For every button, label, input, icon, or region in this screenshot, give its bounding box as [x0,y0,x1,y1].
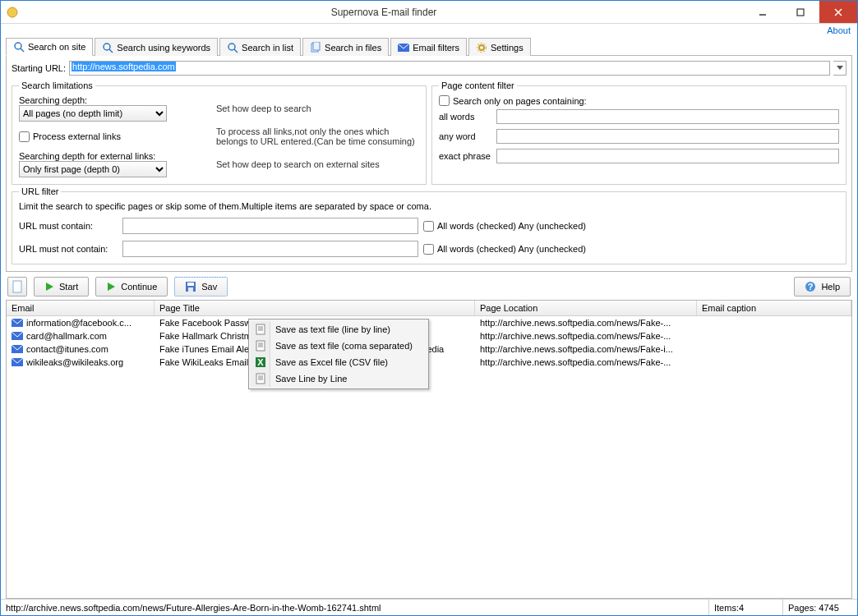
starting-url-dropdown[interactable] [833,61,846,76]
column-page-location[interactable]: Page Location [475,301,697,315]
help-button[interactable]: ? Help [794,277,851,297]
svg-point-14 [479,45,484,50]
svg-point-9 [228,44,235,50]
column-email[interactable]: Email [7,301,155,315]
process-external-checkbox[interactable]: Process external links [19,131,200,142]
svg-marker-19 [108,283,115,291]
close-button[interactable] [819,1,857,23]
mail-icon [12,345,23,353]
table-row[interactable]: information@facebook.c...Fake Facebook P… [7,316,851,329]
search-icon [227,42,238,53]
save-button[interactable]: Sav [174,277,228,297]
tab-label: Search in files [325,43,381,53]
save-menu-item-excel[interactable]: X Save as Excel file (CSV file) [251,354,427,370]
cell-email: contact@itunes.com [26,344,108,354]
tab-search-on-site[interactable]: Search on site [6,38,93,56]
column-email-caption[interactable]: Email caption [697,301,851,315]
svg-rect-2 [797,9,804,16]
save-icon [185,281,196,292]
url-must-not-contain-mode[interactable]: All words (checked) Any (unchecked) [423,244,586,255]
table-row[interactable]: contact@itunes.comFake iTunes Email Aler… [7,342,851,356]
url-must-contain-mode-input[interactable] [423,221,434,232]
play-icon [106,282,116,292]
process-external-input[interactable] [19,131,30,142]
search-only-checkbox[interactable]: Search only on pages containing: [439,95,839,106]
gear-icon [476,42,487,53]
continue-button[interactable]: Continue [95,277,168,297]
all-words-input[interactable] [496,109,839,124]
search-limitations-legend: Search limitations [19,80,95,90]
table-row[interactable]: card@hallmark.comFake Hallmark Christmas… [7,329,851,342]
maximize-button[interactable] [782,1,819,23]
tab-search-in-files[interactable]: Search in files [302,38,389,56]
search-icon [13,41,25,53]
minimize-button[interactable] [744,1,782,23]
tab-settings[interactable]: Settings [468,38,531,56]
any-word-label: any word [439,131,496,141]
cell-email: card@hallmark.com [26,331,107,341]
text-file-icon [254,372,267,385]
svg-rect-22 [188,287,193,292]
mail-icon [398,42,409,53]
url-must-contain-input[interactable] [122,218,418,234]
any-word-input[interactable] [496,129,839,144]
process-external-label: Process external links [33,131,121,141]
svg-point-0 [7,7,17,17]
document-icon [12,280,23,293]
about-link[interactable]: About [827,25,851,35]
url-must-contain-mode[interactable]: All words (checked) Any (unchecked) [423,221,586,232]
cell-location: http://archive.news.softpedia.com/news/F… [475,344,697,354]
starting-url-input[interactable]: http://news.softpedia.com [69,61,830,76]
save-menu-item-text-lines[interactable]: Save as text file (line by line) [251,321,427,338]
status-bar: http://archive.news.softpedia.com/news/F… [1,599,857,615]
mail-icon [12,319,23,327]
external-depth-select[interactable]: Only first page (depth 0) [19,161,167,177]
save-dropdown-menu: Save as text file (line by line) Save as… [248,319,429,389]
exact-phrase-input[interactable] [496,149,839,163]
window-title: Supernova E-mail finder [24,7,744,18]
tab-email-filters[interactable]: Email filters [390,38,467,56]
start-button[interactable]: Start [34,277,89,297]
cell-email: wikileaks@wikileaks.org [26,357,123,367]
url-filter-group: URL filter Limit the search to specific … [12,186,846,264]
status-items: Items:4 [709,600,783,615]
svg-marker-18 [46,283,53,291]
search-only-input[interactable] [439,95,450,106]
excel-icon: X [254,356,267,369]
table-row[interactable]: wikileaks@wikileaks.orgFake WikiLeaks Em… [7,356,851,369]
external-depth-label: Searching depth for external links: [19,151,200,161]
search-icon [102,42,113,53]
help-icon: ? [805,281,816,292]
depth-select[interactable]: All pages (no depth limit) [19,105,167,122]
status-path: http://archive.news.softpedia.com/news/F… [1,600,709,615]
process-external-hint: To process all links,not only the ones w… [216,126,419,146]
new-button[interactable] [7,277,27,297]
svg-point-5 [15,43,21,49]
svg-rect-12 [313,42,320,50]
cell-location: http://archive.news.softpedia.com/news/F… [475,357,697,367]
url-must-not-contain-input[interactable] [122,241,418,257]
svg-rect-33 [256,341,265,351]
svg-point-7 [104,44,110,50]
tab-search-in-list[interactable]: Search in list [219,38,301,56]
column-page-title[interactable]: Page Title [155,301,475,315]
page-content-filter-group: Page content filter Search only on pages… [431,80,846,185]
external-depth-hint: Set how deep to search on external sites [216,159,419,169]
cell-email: information@facebook.c... [26,318,131,328]
app-icon [6,6,19,19]
svg-rect-39 [256,374,265,384]
svg-text:X: X [257,357,264,367]
save-menu-item-line-by-line[interactable]: Save Line by Line [251,370,427,387]
tab-search-keywords[interactable]: Search using keywords [95,38,218,56]
results-list: Email Page Title Page Location Email cap… [6,300,852,599]
url-filter-desc: Limit the search to specific pages or sk… [19,201,839,211]
tab-strip: Search on site Search using keywords Sea… [6,37,852,56]
svg-line-6 [21,48,24,52]
url-must-not-contain-mode-input[interactable] [423,244,434,255]
save-menu-item-text-comma[interactable]: Save as text file (coma separated) [251,338,427,354]
titlebar: Supernova E-mail finder [1,1,857,24]
all-words-label: all words [439,112,496,122]
svg-rect-29 [256,324,265,334]
search-limitations-group: Search limitations Searching depth: All … [12,80,427,185]
list-header: Email Page Title Page Location Email cap… [7,301,851,316]
